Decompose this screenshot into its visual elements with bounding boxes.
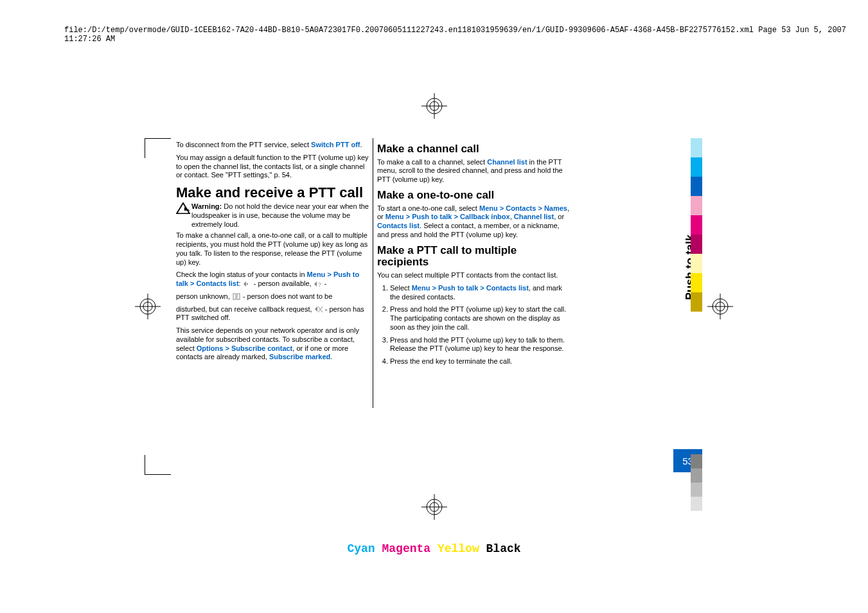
person-unknown-text: person unknown, - person does not want t… xyxy=(176,292,369,301)
status-available-icon xyxy=(243,281,252,288)
warning-icon xyxy=(176,202,190,214)
svg-marker-17 xyxy=(184,207,190,210)
step-2: Press and hold the PTT (volume up) key t… xyxy=(390,305,570,332)
channel-call-text: To make a channel call, a one-to-one cal… xyxy=(176,231,369,267)
one-to-one-heading: Make a one-to-one call xyxy=(377,190,570,202)
channel-call-heading: Make a channel call xyxy=(377,143,570,155)
gray-bars xyxy=(691,454,702,511)
crop-mark-bl xyxy=(145,455,171,475)
registration-mark-left xyxy=(135,294,161,319)
login-status-text: Check the login status of your contacts … xyxy=(176,271,369,289)
status-dnd-icon xyxy=(232,293,241,300)
color-bar xyxy=(691,215,702,235)
gray-bar xyxy=(691,468,702,483)
file-path-header: file:/D:/temp/overmode/GUID-1CEEB162-7A2… xyxy=(64,26,868,44)
channel-call-body: To make a call to a channel, select Chan… xyxy=(377,158,570,184)
color-bar xyxy=(691,196,702,215)
svg-marker-16 xyxy=(177,203,190,213)
svg-rect-19 xyxy=(233,294,236,299)
gray-bar xyxy=(691,497,702,511)
color-bar xyxy=(691,235,702,254)
registration-mark-bottom xyxy=(421,494,447,520)
svg-rect-20 xyxy=(237,294,240,299)
warning-block: Warning: Do not hold the device near you… xyxy=(176,202,369,229)
color-bar xyxy=(691,254,702,273)
disturbed-text: disturbed, but can receive callback requ… xyxy=(176,305,369,323)
color-bar xyxy=(691,138,702,157)
assign-default-text: You may assign a default function to the… xyxy=(176,154,369,180)
multiple-recipients-heading: Make a PTT call to multiple recipients xyxy=(377,245,570,269)
step-3: Press and hold the PTT (volume up) key t… xyxy=(390,336,570,354)
disconnect-text: To disconnect from the PTT service, sele… xyxy=(176,141,369,150)
steps-list: Select Menu > Push to talk > Contacts li… xyxy=(377,284,570,366)
status-off-icon xyxy=(314,306,323,313)
color-bars xyxy=(691,138,702,312)
one-to-one-body: To start a one-to-one call, select Menu … xyxy=(377,204,570,240)
multiple-recipients-intro: You can select multiple PTT contacts fro… xyxy=(377,271,570,280)
svg-text:?: ? xyxy=(318,281,321,288)
color-bar xyxy=(691,292,702,312)
crop-mark-tl xyxy=(145,138,171,158)
color-bar xyxy=(691,273,702,292)
left-column: To disconnect from the PTT service, sele… xyxy=(172,138,373,408)
make-receive-heading: Make and receive a PTT call xyxy=(176,185,369,200)
registration-mark-top xyxy=(421,93,447,119)
color-bar xyxy=(691,177,702,196)
page-content: To disconnect from the PTT service, sele… xyxy=(172,138,699,479)
color-bar xyxy=(691,157,702,177)
gray-bar xyxy=(691,454,702,468)
registration-mark-right xyxy=(707,294,733,319)
service-depends-text: This service depends on your network ope… xyxy=(176,326,369,362)
cmyk-label: Cyan Magenta Yellow Black xyxy=(347,542,520,555)
gray-bar xyxy=(691,483,702,497)
status-unknown-icon: ? xyxy=(314,281,323,288)
step-1: Select Menu > Push to talk > Contacts li… xyxy=(390,284,570,302)
step-4: Press the end key to terminate the call. xyxy=(390,357,570,366)
right-column: Make a channel call To make a call to a … xyxy=(373,138,574,408)
